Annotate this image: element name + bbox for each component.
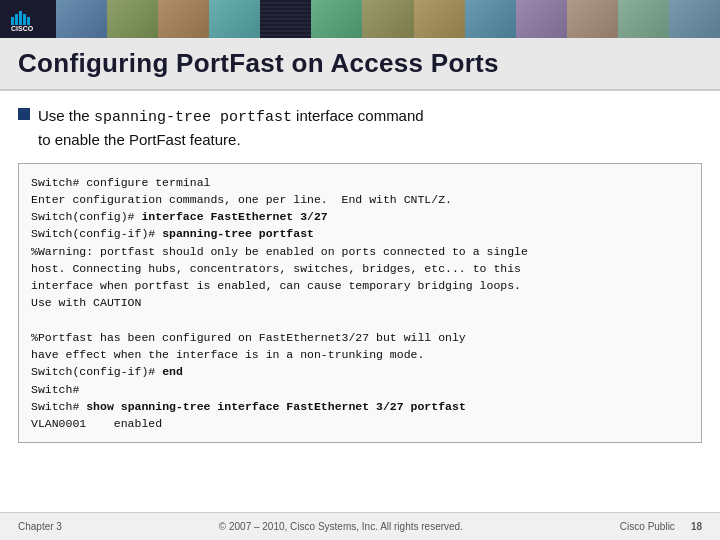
- bullet-item: Use the spanning-tree portfast interface…: [18, 105, 702, 151]
- header-bar: CISCO: [0, 0, 720, 38]
- svg-rect-2: [15, 14, 18, 25]
- bullet-text: Use the spanning-tree portfast interface…: [38, 105, 424, 151]
- title-area: Configuring PortFast on Access Ports: [0, 38, 720, 91]
- svg-rect-5: [27, 17, 30, 25]
- svg-rect-3: [19, 11, 22, 25]
- footer-copyright: © 2007 – 2010, Cisco Systems, Inc. All r…: [62, 521, 620, 532]
- footer: Chapter 3 © 2007 – 2010, Cisco Systems, …: [0, 512, 720, 540]
- svg-text:CISCO: CISCO: [11, 25, 34, 32]
- footer-classification: Cisco Public: [620, 521, 675, 532]
- svg-rect-1: [11, 17, 14, 25]
- cisco-logo-icon: CISCO: [8, 5, 52, 33]
- terminal-bold-2: spanning-tree portfast: [162, 227, 314, 240]
- bullet-icon: [18, 108, 30, 120]
- terminal-bold-3: end: [162, 365, 183, 378]
- inline-code-1: spanning-tree portfast: [94, 109, 292, 126]
- slide-title: Configuring PortFast on Access Ports: [18, 48, 702, 79]
- footer-chapter: Chapter 3: [18, 521, 62, 532]
- terminal-bold-1: interface FastEthernet 3/27: [141, 210, 327, 223]
- terminal-box: Switch# configure terminal Enter configu…: [18, 163, 702, 444]
- header-images: [56, 0, 720, 38]
- footer-page: 18: [691, 521, 702, 532]
- content-area: Use the spanning-tree portfast interface…: [0, 91, 720, 512]
- terminal-bold-4: show spanning-tree interface FastEtherne…: [86, 400, 466, 413]
- slide: CISCO Configuring PortFast on Access Por…: [0, 0, 720, 540]
- svg-rect-4: [23, 14, 26, 25]
